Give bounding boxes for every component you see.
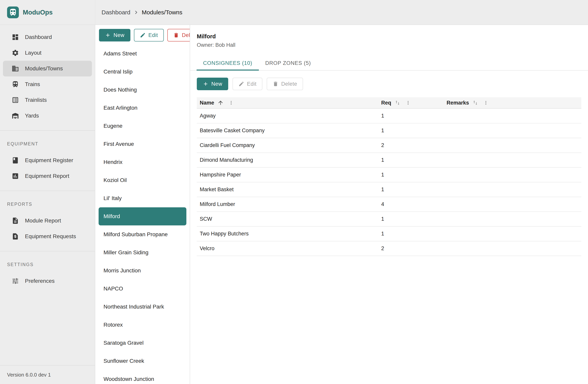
breadcrumb-current: Modules/Towns — [142, 9, 182, 16]
detail-header: Milford Owner: Bob Hall — [190, 25, 588, 48]
tabs: CONSIGNEES (10)DROP ZONES (5) — [190, 56, 588, 70]
buildings-icon — [12, 65, 19, 72]
sidebar-section: SETTINGSPreferences — [0, 251, 95, 289]
module-new-button[interactable]: New — [99, 29, 130, 42]
table-row[interactable]: SCW1 — [197, 212, 581, 226]
tab-consignees-10[interactable]: CONSIGNEES (10) — [197, 56, 259, 70]
cell-name: Hampshire Paper — [197, 172, 381, 178]
cell-req: 1 — [381, 157, 447, 163]
detail-title: Milford — [197, 33, 588, 40]
module-list-item[interactable]: East Arlington — [99, 99, 186, 117]
module-list: Adams StreetCentral IslipDoes NothingEas… — [95, 45, 190, 384]
column-menu-icon[interactable] — [405, 100, 411, 106]
sidebar-item-module-report[interactable]: Module Report — [3, 213, 92, 228]
sidebar-item-label: Equipment Report — [25, 173, 69, 179]
module-delete-button[interactable]: Delete — [167, 29, 190, 42]
module-list-item[interactable]: Northeast Industrial Park — [99, 298, 186, 316]
consignees-table: NameReqRemarks Agway1Batesville Casket C… — [197, 97, 581, 256]
module-list-item[interactable]: Does Nothing — [99, 81, 186, 99]
cell-name: Milford Lumber — [197, 201, 381, 207]
table-row[interactable]: Ciardelli Fuel Company2 — [197, 138, 581, 153]
cell-req: 2 — [381, 246, 447, 251]
detail-toolbar: New Edit Delete — [197, 78, 588, 90]
module-list-item[interactable]: Central Islip — [99, 63, 186, 81]
module-list-item[interactable]: Koziol Oil — [99, 171, 186, 189]
table-row[interactable]: Agway1 — [197, 109, 581, 123]
sidebar-item-layout[interactable]: Layout — [3, 45, 92, 61]
sidebar-section-title: EQUIPMENT — [0, 131, 95, 153]
consignee-delete-button[interactable]: Delete — [267, 78, 303, 90]
sidebar-item-dashboard[interactable]: Dashboard — [3, 29, 92, 45]
table-row[interactable]: Milford Lumber4 — [197, 197, 581, 212]
module-list-item[interactable]: Milford Suburban Propane — [99, 226, 186, 244]
sort-icon — [394, 100, 401, 106]
module-list-item[interactable]: Milford — [99, 207, 186, 226]
cell-name: Market Basket — [197, 186, 381, 193]
sidebar-item-equipment-register[interactable]: Equipment Register — [3, 153, 92, 168]
module-list-item[interactable]: Hendrix — [99, 153, 186, 171]
module-list-item[interactable]: NAPCO — [99, 280, 186, 298]
chevron-right-icon — [133, 9, 139, 16]
consignee-edit-button[interactable]: Edit — [232, 78, 263, 90]
module-delete-label: Delete — [182, 32, 190, 38]
sidebar-item-label: Module Report — [25, 218, 61, 224]
module-new-label: New — [113, 32, 125, 38]
cell-name: Ciardelli Fuel Company — [197, 142, 381, 148]
plus-icon — [203, 81, 209, 87]
column-header-name[interactable]: Name — [197, 100, 381, 106]
app-name: ModuOps — [23, 9, 53, 16]
warehouse-icon — [12, 112, 19, 119]
table-row[interactable]: Velcro2 — [197, 241, 581, 256]
module-list-item[interactable]: Saratoga Gravel — [99, 334, 186, 352]
tab-drop-zones-5[interactable]: DROP ZONES (5) — [259, 56, 317, 70]
table-row[interactable]: Hampshire Paper1 — [197, 168, 581, 182]
gear-icon — [12, 49, 19, 57]
cell-name: Two Happy Butchers — [197, 231, 381, 237]
sidebar-item-preferences[interactable]: Preferences — [3, 273, 92, 289]
sidebar-item-yards[interactable]: Yards — [3, 108, 92, 124]
sidebar-item-label: Equipment Register — [25, 157, 73, 163]
module-list-item[interactable]: First Avenue — [99, 135, 186, 153]
cell-req: 2 — [381, 142, 447, 148]
sidebar-nav: DashboardLayoutModules/TownsTrainsTrainl… — [0, 25, 95, 365]
doc-icon — [12, 217, 19, 225]
table-row[interactable]: Market Basket1 — [197, 182, 581, 197]
pencil-icon — [140, 32, 146, 38]
module-edit-button[interactable]: Edit — [134, 29, 164, 42]
sidebar-item-modules-towns[interactable]: Modules/Towns — [3, 61, 92, 76]
column-header-remarks[interactable]: Remarks — [447, 100, 581, 106]
module-list-item[interactable]: Sunflower Creek — [99, 352, 186, 370]
column-menu-icon[interactable] — [228, 100, 234, 106]
module-list-item[interactable]: Woodstown Junction — [99, 370, 186, 384]
consignee-new-button[interactable]: New — [197, 78, 228, 90]
table-row[interactable]: Two Happy Butchers1 — [197, 226, 581, 241]
app-root: ModuOps Dashboard Modules/Towns Dashboar… — [0, 0, 588, 384]
sidebar: DashboardLayoutModules/TownsTrainsTrainl… — [0, 25, 95, 384]
detail-panel: Milford Owner: Bob Hall CONSIGNEES (10)D… — [190, 25, 588, 384]
module-list-item[interactable]: Miller Grain Siding — [99, 244, 186, 262]
sidebar-section-title: REPORTS — [0, 191, 95, 213]
module-list-item[interactable]: Lil' Italy — [99, 189, 186, 207]
table-row[interactable]: Dimond Manufacturing1 — [197, 153, 581, 168]
sidebar-item-equipment-report[interactable]: Equipment Report — [3, 168, 92, 184]
pencil-icon — [238, 81, 244, 87]
sidebar-item-trainlists[interactable]: Trainlists — [3, 92, 92, 108]
sidebar-section-title: SETTINGS — [0, 251, 95, 273]
table-row[interactable]: Batesville Casket Company1 — [197, 123, 581, 138]
module-list-item[interactable]: Eugene — [99, 117, 186, 135]
module-list-item[interactable]: Rotorex — [99, 316, 186, 334]
breadcrumb-dashboard[interactable]: Dashboard — [102, 9, 130, 16]
module-list-item[interactable]: Morris Junction — [99, 262, 186, 280]
module-list-item[interactable]: Adams Street — [99, 45, 186, 63]
column-menu-icon[interactable] — [483, 100, 489, 106]
sort-icon — [472, 100, 478, 106]
cell-name: Agway — [197, 113, 381, 119]
sidebar-item-equipment-requests[interactable]: Equipment Requests — [3, 228, 92, 244]
train-icon — [9, 8, 17, 17]
sidebar-item-trains[interactable]: Trains — [3, 76, 92, 92]
column-label: Remarks — [447, 100, 469, 106]
cell-name: SCW — [197, 216, 381, 222]
sidebar-item-label: Trainlists — [25, 97, 47, 103]
column-header-req[interactable]: Req — [381, 100, 447, 106]
table-header: NameReqRemarks — [197, 97, 581, 109]
